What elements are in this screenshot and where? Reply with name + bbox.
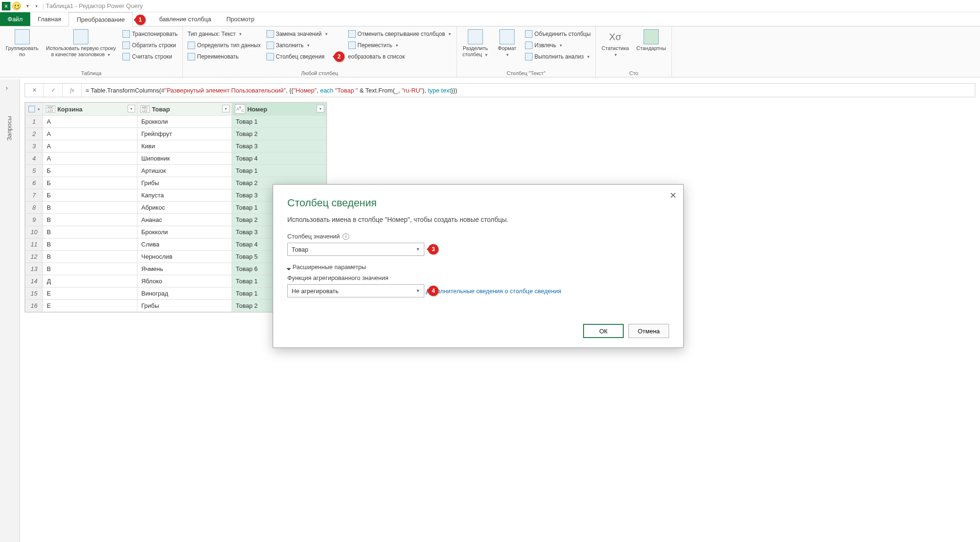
aggregate-select[interactable]: Не агрегировать▼	[287, 284, 424, 297]
formula-fx-icon[interactable]: fx	[63, 84, 82, 97]
cell-tovar[interactable]: Яблоко	[138, 275, 232, 288]
cell-tovar[interactable]: Брокколи	[138, 116, 232, 128]
cell-tovar[interactable]: Ананас	[138, 214, 232, 226]
cell-tovar[interactable]: Брокколи	[138, 226, 232, 238]
learn-more-link[interactable]: Дополнительные сведения о столбце сведен…	[426, 288, 561, 295]
table-row[interactable]: 3АКивиТовар 3	[26, 140, 327, 152]
cell-korzina[interactable]: Е	[43, 288, 138, 300]
tab-add-column[interactable]: бавление столбца	[152, 12, 219, 26]
replace-values-button[interactable]: Замена значений▼	[265, 28, 330, 40]
pivot-column-button[interactable]: Столбец сведения 2	[265, 51, 330, 62]
column-header-nomer[interactable]: ABCНомер ▾	[232, 103, 327, 116]
move-button[interactable]: Переместить▼	[346, 40, 454, 51]
qat-dropdown-icon[interactable]: ▼	[26, 4, 30, 8]
cell-nomer[interactable]: Товар 4	[232, 152, 327, 165]
cell-korzina[interactable]: В	[43, 202, 138, 214]
cell-nomer[interactable]: Товар 2	[232, 128, 327, 140]
table-row[interactable]: 5БАртишокТовар 1	[26, 165, 327, 177]
cell-korzina[interactable]: В	[43, 238, 138, 251]
filter-korzina-icon[interactable]: ▾	[128, 105, 135, 112]
cell-korzina[interactable]: Б	[43, 189, 138, 202]
standard-button[interactable]: Стандартны	[634, 28, 669, 52]
cell-tovar[interactable]: Чернослив	[138, 251, 232, 263]
cell-korzina[interactable]: Б	[43, 177, 138, 189]
cell-tovar[interactable]: Киви	[138, 140, 232, 152]
cell-tovar[interactable]: Ячмень	[138, 263, 232, 275]
format-button[interactable]: Формат▼	[493, 28, 521, 59]
statistics-button[interactable]: Χσ Статистика▼	[599, 28, 632, 59]
cell-tovar[interactable]: Виноград	[138, 288, 232, 300]
column-header-tovar[interactable]: ABC 123Товар ▾	[138, 103, 232, 116]
analyze-button[interactable]: Выполнить анализ▼	[523, 51, 593, 62]
cell-korzina[interactable]: Е	[43, 300, 138, 312]
table-row[interactable]: 1АБрокколиТовар 1	[26, 116, 327, 128]
extract-button[interactable]: Извлечь▼	[523, 40, 593, 51]
formula-cancel-icon[interactable]: ✕	[25, 84, 44, 97]
detect-type-button[interactable]: Определить тип данных	[186, 40, 263, 51]
cell-tovar[interactable]: Абрикос	[138, 202, 232, 214]
count-rows-button[interactable]: Считать строки	[120, 51, 180, 62]
merge-columns-button[interactable]: Объединить столбцы	[523, 28, 593, 40]
pivot-column-dialog: ✕ Столбец сведения Использовать имена в …	[273, 184, 684, 348]
reverse-rows-button[interactable]: Обратить строки	[120, 40, 180, 51]
cell-tovar[interactable]: Артишок	[138, 165, 232, 177]
smiley-icon[interactable]	[12, 2, 21, 10]
cell-korzina[interactable]: В	[43, 214, 138, 226]
cell-korzina[interactable]: В	[43, 251, 138, 263]
cell-tovar[interactable]: Шиповник	[138, 152, 232, 165]
tab-home[interactable]: Главная	[30, 12, 69, 26]
cell-korzina[interactable]: Д	[43, 275, 138, 288]
info-icon[interactable]: i	[343, 233, 349, 240]
table-row[interactable]: 4АШиповникТовар 4	[26, 152, 327, 165]
cell-tovar[interactable]: Слива	[138, 238, 232, 251]
to-list-button[interactable]: еобразовать в список	[346, 51, 454, 62]
queries-pane-label: Запросы	[6, 116, 13, 141]
advanced-toggle[interactable]: Расширенные параметры	[287, 263, 669, 271]
rename-button[interactable]: Переименовать	[186, 51, 263, 62]
split-icon	[468, 29, 483, 44]
cell-tovar[interactable]: Грибы	[138, 300, 232, 312]
cell-korzina[interactable]: А	[43, 128, 138, 140]
row-number: 8	[26, 202, 43, 214]
cell-korzina[interactable]: В	[43, 226, 138, 238]
values-column-select[interactable]: Товар▼	[287, 243, 424, 256]
cell-nomer[interactable]: Товар 3	[232, 140, 327, 152]
tab-file[interactable]: Файл	[0, 12, 30, 26]
column-header-korzina[interactable]: ABC 123Корзина ▾	[43, 103, 138, 116]
cell-korzina[interactable]: А	[43, 140, 138, 152]
formula-text[interactable]: = Table.TransformColumns(#"Развернутый э…	[82, 87, 975, 94]
filter-nomer-icon[interactable]: ▾	[317, 105, 324, 112]
transpose-button[interactable]: Транспонировать	[120, 28, 180, 40]
use-first-row-button[interactable]: Использовать первую строку в качестве за…	[43, 28, 119, 59]
cell-korzina[interactable]: А	[43, 152, 138, 165]
table-row[interactable]: 2АГрейпфрутТовар 2	[26, 128, 327, 140]
data-type-button[interactable]: Тип данных: Текст▼	[186, 28, 263, 40]
formula-accept-icon[interactable]: ✓	[44, 84, 63, 97]
cell-tovar[interactable]: Капуста	[138, 189, 232, 202]
cell-korzina[interactable]: А	[43, 116, 138, 128]
cancel-button[interactable]: Отмена	[628, 324, 669, 338]
row-number: 10	[26, 226, 43, 238]
tab-view[interactable]: Просмотр	[219, 12, 262, 26]
cell-korzina[interactable]: Б	[43, 165, 138, 177]
cell-tovar[interactable]: Грейпфрут	[138, 128, 232, 140]
qat-customize-icon[interactable]: ▾	[35, 4, 38, 8]
row-number-header[interactable]: ▾	[26, 103, 43, 116]
tab-transform[interactable]: Преобразование 1	[69, 12, 133, 26]
ribbon-group-number-column: Χσ Статистика▼ Стандартны Сто	[596, 26, 672, 77]
expand-queries-icon[interactable]: ›	[6, 84, 8, 92]
dialog-close-icon[interactable]: ✕	[670, 190, 677, 201]
callout-2: 2	[334, 51, 344, 62]
dialog-title: Столбец сведения	[287, 197, 669, 209]
group-by-button[interactable]: Группировать по	[3, 28, 42, 59]
ok-button[interactable]: ОК	[583, 324, 624, 338]
cell-nomer[interactable]: Товар 1	[232, 116, 327, 128]
fill-button[interactable]: Заполнить▼	[265, 40, 330, 51]
split-column-button[interactable]: Разделить столбец ▼	[460, 28, 491, 59]
cell-nomer[interactable]: Товар 1	[232, 165, 327, 177]
cell-korzina[interactable]: В	[43, 263, 138, 275]
unpivot-button[interactable]: Отменить свертывание столбцов▼	[346, 28, 454, 40]
cell-tovar[interactable]: Грибы	[138, 177, 232, 189]
filter-tovar-icon[interactable]: ▾	[222, 105, 230, 112]
rename-icon	[188, 53, 195, 60]
